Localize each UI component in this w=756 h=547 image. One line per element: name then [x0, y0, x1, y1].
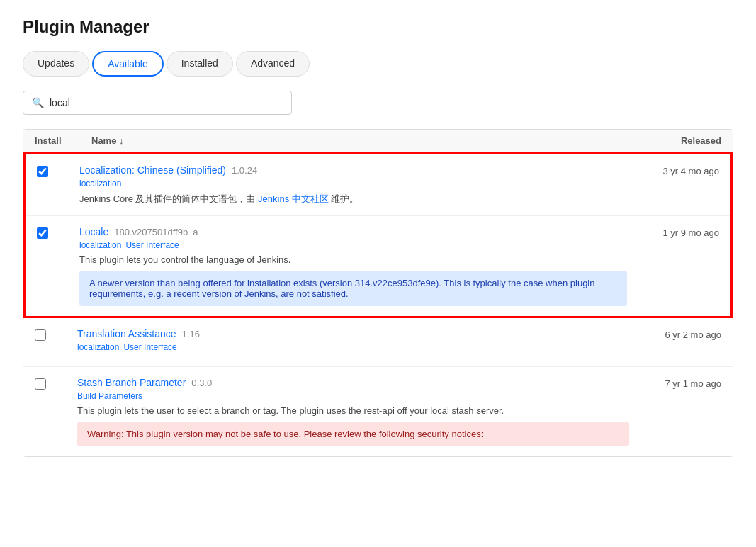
- plugin-released-stash: 7 yr 1 mo ago: [629, 377, 721, 389]
- highlighted-section: Localization: Chinese (Simplified) 1.0.2…: [23, 152, 733, 318]
- plugin-name-line: Localization: Chinese (Simplified) 1.0.2…: [79, 164, 627, 176]
- search-input[interactable]: [50, 97, 283, 108]
- table-header: Install Name ↓ Released: [23, 130, 733, 152]
- tag-localization[interactable]: localization: [79, 179, 121, 188]
- plugin-version-locale: 180.v207501dff9b_a_: [114, 227, 203, 237]
- plugin-version-localization-chinese: 1.0.24: [232, 165, 257, 176]
- plugin-released-translation: 6 yr 2 mo ago: [629, 328, 721, 340]
- plugin-info-translation: Translation Assistance 1.16 localization…: [77, 328, 629, 356]
- header-install: Install: [35, 135, 91, 146]
- plugin-version-stash: 0.3.0: [191, 378, 212, 388]
- header-name: Name ↓: [91, 135, 615, 146]
- plugin-name-line-locale: Locale 180.v207501dff9b_a_: [79, 226, 627, 237]
- locale-info-box: A newer version than being offered for i…: [79, 271, 627, 306]
- plugin-released-locale: 1 yr 9 mo ago: [627, 226, 719, 238]
- plugin-tags-stash: Build Parameters: [77, 391, 629, 401]
- plugin-name-line-stash: Stash Branch Parameter 0.3.0: [77, 377, 629, 388]
- tab-installed[interactable]: Installed: [167, 51, 233, 77]
- tab-advanced[interactable]: Advanced: [236, 51, 310, 77]
- header-released: Released: [615, 135, 721, 146]
- tab-available[interactable]: Available: [92, 51, 164, 77]
- plugin-tags-translation: localization User Interface: [77, 342, 629, 352]
- plugin-tags-locale: localization User Interface: [79, 240, 627, 250]
- plugin-info-locale: Locale 180.v207501dff9b_a_ localization …: [79, 226, 627, 306]
- tab-updates[interactable]: Updates: [23, 51, 89, 77]
- plugin-info-localization-chinese: Localization: Chinese (Simplified) 1.0.2…: [79, 164, 627, 205]
- plugin-desc-locale: This plugin lets you control the languag…: [79, 254, 627, 265]
- table-row: Locale 180.v207501dff9b_a_ localization …: [26, 216, 730, 316]
- plugin-name-line-translation: Translation Assistance 1.16: [77, 328, 629, 339]
- plugin-checkbox-localization-chinese[interactable]: [37, 164, 79, 179]
- checkbox-localization-chinese[interactable]: [37, 166, 48, 177]
- plugin-info-stash: Stash Branch Parameter 0.3.0 Build Param…: [77, 377, 629, 446]
- plugin-name-locale[interactable]: Locale: [79, 226, 108, 237]
- table-row: Translation Assistance 1.16 localization…: [23, 318, 733, 367]
- plugin-desc-localization-chinese: Jenkins Core 及其插件的简体中文语包，由 Jenkins 中文社区 …: [79, 193, 627, 205]
- search-icon: 🔍: [32, 97, 44, 108]
- tag-localization-translation[interactable]: localization: [77, 342, 119, 352]
- tab-bar: Updates Available Installed Advanced: [23, 51, 733, 77]
- tag-localization-locale[interactable]: localization: [79, 240, 121, 250]
- table-row: Stash Branch Parameter 0.3.0 Build Param…: [23, 367, 733, 456]
- plugin-checkbox-translation[interactable]: [35, 328, 77, 343]
- tag-user-interface-translation[interactable]: User Interface: [123, 342, 176, 352]
- plugin-tags-localization-chinese: localization: [79, 179, 627, 188]
- table-row: Localization: Chinese (Simplified) 1.0.2…: [26, 154, 730, 216]
- plugin-name-stash[interactable]: Stash Branch Parameter: [77, 377, 186, 388]
- checkbox-locale[interactable]: [37, 227, 48, 239]
- search-box: 🔍: [23, 91, 292, 115]
- plugin-desc-stash: This plugin lets the user to select a br…: [77, 405, 629, 416]
- checkbox-stash[interactable]: [35, 378, 46, 390]
- plugin-name-translation[interactable]: Translation Assistance: [77, 328, 176, 339]
- plugin-released-localization-chinese: 3 yr 4 mo ago: [627, 164, 719, 176]
- tag-build-parameters[interactable]: Build Parameters: [77, 391, 142, 401]
- search-container: 🔍: [23, 91, 733, 115]
- page-title: Plugin Manager: [23, 17, 733, 37]
- checkbox-translation[interactable]: [35, 329, 46, 341]
- plugin-list: Install Name ↓ Released Localization: Ch…: [23, 129, 733, 457]
- plugin-checkbox-stash[interactable]: [35, 377, 77, 392]
- link-jenkins-community[interactable]: Jenkins 中文社区: [258, 193, 329, 204]
- plugin-version-translation: 1.16: [182, 329, 200, 339]
- plugin-checkbox-locale[interactable]: [37, 226, 79, 241]
- stash-warning-box: Warning: This plugin version may not be …: [77, 422, 629, 446]
- tag-user-interface-locale[interactable]: User Interface: [125, 240, 179, 250]
- plugin-name-localization-chinese[interactable]: Localization: Chinese (Simplified): [79, 164, 226, 176]
